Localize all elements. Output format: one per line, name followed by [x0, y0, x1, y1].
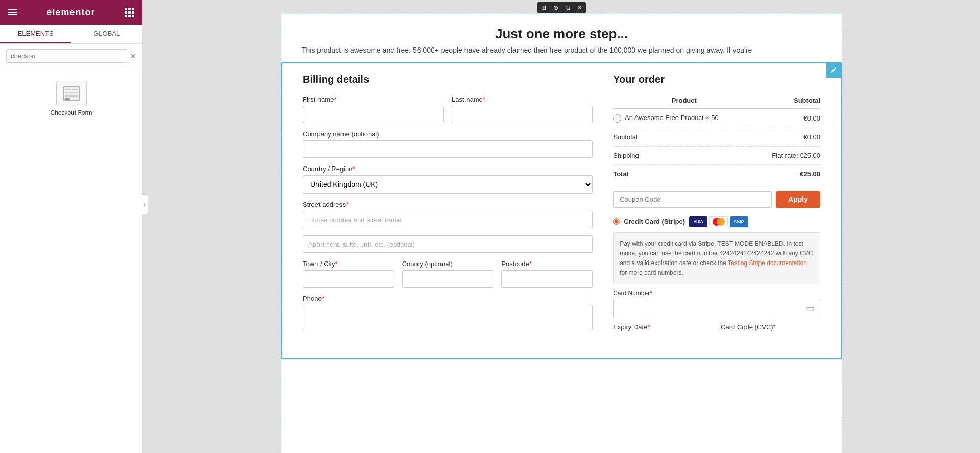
block-move-icon[interactable]: ⊕	[550, 2, 562, 13]
payment-info-text-end: for more card numbers.	[620, 269, 683, 276]
mastercard-logo	[709, 216, 728, 227]
first-name-group: First name*	[303, 96, 444, 123]
sidebar-search-container: ✕	[0, 44, 142, 68]
credit-card-radio[interactable]	[613, 218, 620, 225]
city-label: Town / City*	[303, 260, 394, 268]
last-name-group: Last name*	[452, 96, 593, 123]
tab-elements[interactable]: ELEMENTS	[0, 25, 71, 43]
postcode-label: Postcode*	[501, 260, 593, 268]
total-label: Total	[613, 164, 755, 183]
apt-group	[303, 235, 593, 253]
county-group: County (optional)	[402, 260, 494, 288]
city-row: Town / City* County (optional) Postcode*	[303, 260, 593, 288]
street-label: Street address*	[303, 201, 593, 208]
svg-rect-1	[65, 89, 71, 90]
billing-section: Billing details First name* Last name*	[303, 74, 593, 338]
grid-icon[interactable]	[125, 8, 134, 17]
street-input[interactable]	[303, 211, 593, 228]
clear-search-icon[interactable]: ✕	[130, 52, 136, 60]
name-row: First name* Last name*	[303, 96, 593, 123]
payment-section: Credit Card (Stripe) VISA AMEX	[613, 216, 820, 331]
shipping-row: Shipping Flat rate: €25.00	[613, 146, 820, 164]
visa-logo: VISA	[689, 216, 707, 227]
subtotal-row: Subtotal €0.00	[613, 128, 820, 146]
block-handle-icon[interactable]: ⊞	[537, 2, 550, 13]
phone-label: Phone*	[303, 295, 593, 302]
total-row: Total €25.00	[613, 164, 820, 183]
postcode-group: Postcode*	[501, 260, 593, 288]
page-description: This product is awesome and free. 56,000…	[281, 46, 842, 62]
company-group: Company name (optional)	[303, 130, 593, 158]
checkout-form-icon	[56, 81, 87, 106]
card-field-icon: ▭	[806, 303, 815, 314]
sidebar: elementor ELEMENTS GLOBAL ✕	[0, 0, 143, 453]
street-row: Street address*	[303, 201, 593, 228]
last-name-label: Last name*	[452, 96, 593, 103]
order-item-name: An Awesome Free Product × 50	[613, 109, 755, 128]
payment-info-box: Pay with your credit card via Stripe. TE…	[613, 232, 820, 285]
country-label: Country / Region*	[303, 165, 593, 173]
credit-card-label: Credit Card (Stripe)	[624, 218, 685, 225]
subtotal-col-header: Subtotal	[755, 92, 820, 109]
subtotal-value: €0.00	[755, 128, 820, 146]
order-table: Product Subtotal An Awesome Free Product…	[613, 92, 820, 183]
billing-title: Billing details	[303, 74, 593, 85]
coupon-input[interactable]	[613, 191, 772, 208]
main-canvas: ⊞ ⊕ ⧉ ✕ Just one more step... This produ…	[143, 0, 980, 453]
card-number-input-wrap: ▭	[613, 299, 820, 318]
sidebar-content: Checkout Form	[0, 68, 142, 129]
collapse-handle[interactable]: ‹	[142, 194, 148, 214]
checkout-form-block: Billing details First name* Last name*	[281, 62, 842, 359]
stripe-docs-link[interactable]: Testing Stripe documentation	[728, 259, 807, 267]
apt-input[interactable]	[303, 235, 593, 253]
apt-row	[303, 235, 593, 253]
order-item-price: €0.00	[755, 109, 820, 128]
cvc-group: Card Code (CVC)*	[721, 323, 820, 331]
total-value: €25.00	[755, 164, 820, 183]
company-row: Company name (optional)	[303, 130, 593, 158]
checkout-form-label: Checkout Form	[50, 109, 92, 116]
postcode-input[interactable]	[501, 270, 593, 288]
shipping-value: Flat rate: €25.00	[755, 146, 820, 164]
country-group: Country / Region* United Kingdom (UK) Un…	[303, 165, 593, 194]
page-heading: Just one more step...	[281, 14, 842, 46]
street-group: Street address*	[303, 201, 593, 228]
svg-point-7	[717, 218, 725, 226]
search-input[interactable]	[6, 49, 127, 63]
last-name-input[interactable]	[452, 106, 593, 123]
card-number-label: Card Number*	[613, 290, 820, 297]
sidebar-title: elementor	[46, 7, 95, 18]
country-row: Country / Region* United Kingdom (UK) Un…	[303, 165, 593, 194]
page-wrapper: Just one more step... This product is aw…	[281, 13, 842, 453]
checkout-form-widget[interactable]: Checkout Form	[46, 77, 96, 121]
hamburger-icon[interactable]	[8, 9, 17, 15]
company-input[interactable]	[303, 140, 593, 158]
phone-input[interactable]	[303, 305, 593, 330]
cvc-label: Card Code (CVC)*	[721, 323, 820, 331]
order-title: Your order	[613, 74, 820, 85]
first-name-input[interactable]	[303, 106, 444, 123]
city-input[interactable]	[303, 270, 394, 288]
order-section: Your order Product Subtotal	[613, 74, 820, 338]
block-delete-icon[interactable]: ✕	[574, 2, 586, 13]
phone-row: Phone*	[303, 295, 593, 330]
shipping-label: Shipping	[613, 146, 755, 164]
svg-rect-4	[65, 95, 78, 97]
first-name-label: First name*	[303, 96, 444, 103]
card-number-input[interactable]	[619, 305, 806, 313]
product-col-header: Product	[613, 92, 755, 109]
product-icon	[613, 114, 621, 123]
edit-block-button[interactable]	[826, 63, 841, 78]
company-label: Company name (optional)	[303, 130, 593, 138]
block-duplicate-icon[interactable]: ⧉	[562, 2, 574, 13]
county-input[interactable]	[402, 270, 494, 288]
card-logos: VISA AMEX	[689, 216, 748, 227]
order-item-row: An Awesome Free Product × 50 €0.00	[613, 109, 820, 128]
subtotal-label: Subtotal	[613, 128, 755, 146]
county-label: County (optional)	[402, 260, 494, 268]
apply-coupon-button[interactable]: Apply	[776, 191, 820, 208]
country-select[interactable]: United Kingdom (UK) United States (US) G…	[303, 175, 593, 194]
tab-global[interactable]: GLOBAL	[71, 25, 143, 43]
checkout-container: Billing details First name* Last name*	[282, 63, 841, 358]
amex-logo: AMEX	[730, 216, 748, 227]
